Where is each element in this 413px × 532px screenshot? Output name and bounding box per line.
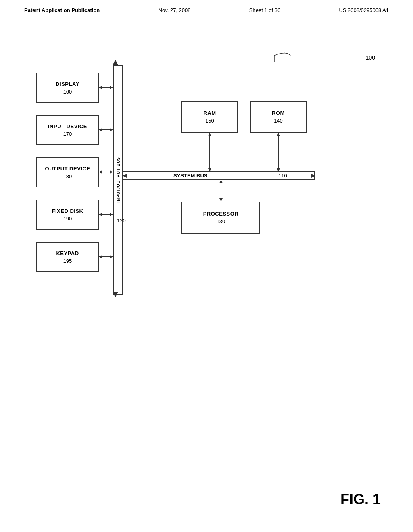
svg-marker-31: [277, 168, 280, 172]
svg-marker-9: [110, 86, 113, 89]
svg-marker-25: [123, 173, 127, 178]
svg-marker-15: [110, 170, 113, 174]
system-bus-num: 110: [278, 172, 287, 179]
svg-marker-18: [110, 213, 113, 216]
svg-marker-10: [99, 86, 102, 89]
fixed-disk-num: 190: [63, 216, 72, 222]
page-header: Patent Application Publication Nov. 27, …: [0, 0, 413, 13]
ram-num: 150: [205, 118, 214, 124]
svg-marker-21: [110, 255, 113, 258]
patent-number: US 2008/0295068 A1: [339, 7, 389, 13]
rom-num: 140: [274, 118, 283, 124]
ram-label: RAM: [203, 110, 216, 116]
diagram-container: 100: [24, 48, 387, 363]
system-label-100: 100: [366, 54, 375, 61]
box-output-device: OUTPUT DEVICE 180: [36, 157, 99, 187]
sheet-info: Sheet 1 of 36: [249, 7, 280, 13]
rom-label: ROM: [272, 110, 285, 116]
system-bus-label: SYSTEM BUS: [173, 172, 208, 179]
display-num: 160: [63, 89, 72, 95]
pub-type: Patent Application Publication: [24, 7, 100, 13]
svg-marker-16: [99, 170, 102, 174]
box-display: DISPLAY 160: [36, 73, 99, 103]
output-device-num: 180: [63, 173, 72, 179]
svg-marker-32: [277, 133, 280, 136]
box-rom: ROM 140: [250, 101, 307, 133]
box-input-device: INPUT DEVICE 170: [36, 115, 99, 145]
box-fixed-disk: FIXED DISK 190: [36, 200, 99, 230]
fixed-disk-label: FIXED DISK: [52, 208, 83, 214]
display-label: DISPLAY: [56, 81, 79, 87]
svg-marker-22: [99, 255, 102, 258]
svg-marker-28: [208, 168, 211, 172]
svg-marker-12: [110, 128, 113, 131]
figure-label: FIG. 1: [340, 491, 381, 508]
box-keypad: KEYPAD 195: [36, 242, 99, 272]
svg-marker-19: [99, 213, 102, 216]
keypad-label: KEYPAD: [56, 250, 79, 256]
svg-marker-24: [311, 173, 315, 178]
pub-date: Nov. 27, 2008: [159, 7, 191, 13]
input-device-num: 170: [63, 131, 72, 137]
box-processor: PROCESSOR 130: [181, 202, 260, 234]
svg-marker-29: [208, 133, 211, 136]
io-bus-num: 120: [117, 218, 126, 224]
output-device-label: OUTPUT DEVICE: [45, 166, 90, 172]
svg-marker-34: [219, 198, 223, 202]
box-ram: RAM 150: [181, 101, 238, 133]
input-device-label: INPUT DEVICE: [48, 123, 87, 129]
processor-label: PROCESSOR: [203, 211, 239, 217]
svg-marker-6: [113, 60, 118, 65]
processor-num: 130: [217, 218, 225, 224]
svg-marker-13: [99, 128, 102, 131]
io-bus-label: INPUT/OUTPUT BUS: [116, 157, 121, 203]
svg-marker-35: [219, 180, 223, 183]
keypad-num: 195: [63, 258, 72, 264]
